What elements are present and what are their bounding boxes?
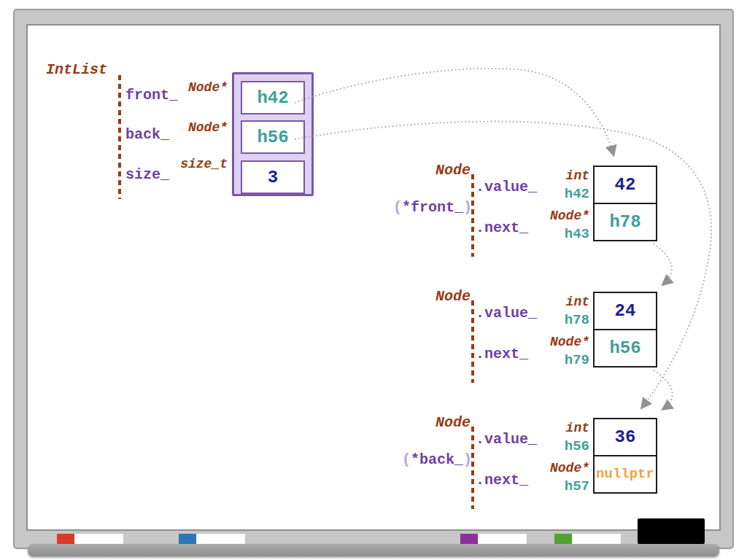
node1-value-addr: h42 <box>511 187 589 201</box>
node3-value-type: int <box>511 421 589 435</box>
red-marker-cap <box>57 534 74 544</box>
node2-value-cell: 24 <box>593 292 657 330</box>
node-struct-1: Node (*front_) .value_ int h42 .next_ No… <box>365 163 664 262</box>
blue-marker-cap <box>179 534 196 544</box>
node2-title: Node <box>365 289 471 304</box>
node-struct-3: Node (*back_) .value_ int h56 .next_ Nod… <box>365 416 664 514</box>
node1-value-type: int <box>511 169 589 182</box>
node1-next-cell: h78 <box>593 203 657 241</box>
purple-marker-cap <box>460 534 478 544</box>
node2-brace-line <box>471 300 474 383</box>
intlist-brace-line <box>118 75 121 199</box>
node3-alias-open: ( <box>402 451 411 468</box>
node1-next-type: Node* <box>511 209 589 222</box>
intlist-front-value: h42 <box>241 81 305 114</box>
node3-value-addr: h56 <box>511 440 589 454</box>
intlist-size-value: 3 <box>241 160 305 194</box>
node3-box: 36 nullptr <box>593 418 657 494</box>
node3-next-type: Node* <box>511 462 589 475</box>
node1-title: Node <box>365 163 471 178</box>
intlist-struct: IntList front_ Node* back_ Node* size_ s… <box>44 63 321 209</box>
green-marker-cap <box>554 534 572 544</box>
node3-next-addr: h57 <box>511 480 589 494</box>
intlist-field-back-type: Node* <box>140 121 228 134</box>
node1-box: 42 h78 <box>593 166 657 241</box>
blue-marker <box>179 534 245 544</box>
node2-next-type: Node* <box>511 335 589 349</box>
green-marker <box>554 534 621 544</box>
node1-next-addr: h43 <box>511 228 589 241</box>
node1-alias-close: ) <box>463 199 472 216</box>
purple-marker-body <box>478 534 527 544</box>
node3-alias-close: ) <box>463 451 472 468</box>
node2-value-type: int <box>511 295 589 308</box>
marker-tray <box>28 544 719 556</box>
node1-alias-body: *front_ <box>402 199 463 216</box>
node3-title: Node <box>365 416 471 430</box>
intlist-field-front-type: Node* <box>140 81 228 94</box>
node1-value-cell: 42 <box>593 166 657 204</box>
node2-next-addr: h79 <box>511 354 589 368</box>
intlist-title: IntList <box>46 63 107 77</box>
purple-marker <box>460 534 527 544</box>
node3-alias-body: *back_ <box>411 451 463 468</box>
intlist-box: h42 h56 3 <box>232 72 314 196</box>
eraser <box>638 518 705 544</box>
node-struct-2: Node .value_ int h78 .next_ Node* h79 24… <box>365 289 664 388</box>
blue-marker-body <box>196 534 245 544</box>
red-marker-body <box>74 534 123 544</box>
node1-alias: (*front_) <box>365 201 472 215</box>
node3-alias: (*back_) <box>365 453 472 467</box>
node2-next-cell: h56 <box>593 329 657 368</box>
node3-next-cell: nullptr <box>593 455 657 494</box>
node3-value-cell: 36 <box>593 418 657 456</box>
node1-alias-open: ( <box>393 199 402 216</box>
node2-box: 24 h56 <box>593 292 657 368</box>
whiteboard-page: IntList front_ Node* back_ Node* size_ s… <box>0 0 747 560</box>
red-marker <box>57 534 123 544</box>
green-marker-body <box>572 534 621 544</box>
intlist-field-size-type: size_t <box>140 158 228 171</box>
node2-value-addr: h78 <box>511 314 589 327</box>
intlist-back-value: h56 <box>241 120 305 154</box>
